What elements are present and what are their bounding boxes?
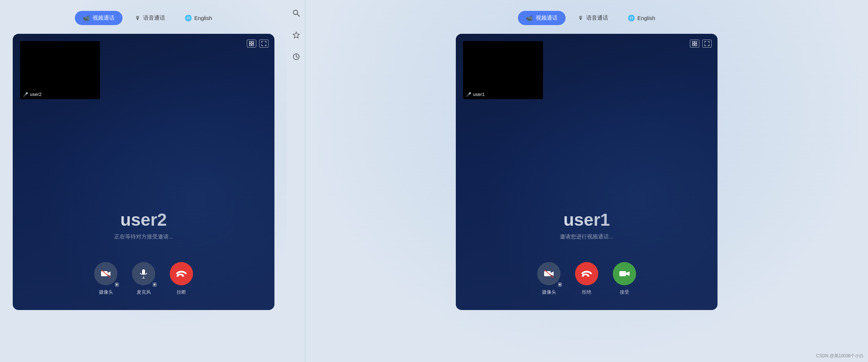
right-mic-off-icon: 🎤 [466, 92, 471, 97]
right-video-call-button[interactable]: 📹 视频通话 [518, 11, 566, 25]
right-user-info: user1 邀请您进行视频通话... [560, 210, 614, 240]
right-camera-dropdown[interactable]: ▾ [558, 282, 562, 287]
left-camera-control[interactable]: ▾ 摄像头 [94, 262, 117, 295]
right-controls: ▾ 摄像头 拒绝 [537, 262, 636, 295]
left-hangup-label: 挂断 [177, 289, 186, 295]
svg-rect-3 [252, 44, 254, 46]
left-expand-icons [247, 40, 269, 48]
watermark: CSDN @第10036个小白 [816, 353, 864, 359]
right-camera-button[interactable]: ▾ [537, 262, 560, 285]
left-mic-dropdown[interactable]: ▾ [153, 282, 157, 287]
right-half: 📹 视频通话 🎙 语音通话 🌐 English 🎤 user1 [305, 0, 868, 362]
right-top-bar: 📹 视频通话 🎙 语音通话 🌐 English [518, 11, 655, 25]
right-mic-icon: 🎙 [578, 15, 583, 21]
left-call-card: 🎤 user2 [13, 34, 274, 310]
svg-rect-0 [249, 41, 251, 43]
right-panel: 📹 视频通话 🎙 语音通话 🌐 English 🎤 user1 [287, 0, 868, 362]
left-camera-label: 摄像头 [99, 289, 113, 295]
right-accept-control[interactable]: 接受 [613, 262, 636, 295]
left-panel: 📹 视频通话 🎙 语音通话 🌐 English 🎤 user2 [0, 0, 287, 362]
left-mic-off-icon: 🎤 [23, 92, 28, 97]
sidebar-clock-icon[interactable] [290, 51, 302, 63]
svg-rect-6 [142, 269, 145, 274]
left-controls: ▾ 摄像头 ▾ 麦克风 [94, 262, 193, 295]
right-expand-icon-1[interactable] [690, 40, 699, 48]
right-language-label: English [637, 15, 655, 21]
svg-point-9 [293, 10, 298, 15]
video-icon: 📹 [83, 15, 90, 21]
right-accept-button[interactable] [613, 262, 636, 285]
right-camera-control[interactable]: ▾ 摄像头 [537, 262, 560, 295]
left-expand-icon-1[interactable] [247, 40, 256, 48]
left-top-bar: 📹 视频通话 🎙 语音通话 🌐 English [75, 11, 212, 25]
svg-rect-16 [695, 41, 697, 43]
content-area: 📹 视频通话 🎙 语音通话 🌐 English 🎤 user1 [305, 0, 868, 362]
left-hangup-control[interactable]: 挂断 [170, 262, 193, 295]
right-expand-icon-2[interactable] [702, 40, 712, 48]
right-video-preview-label: 🎤 user1 [466, 92, 485, 97]
svg-line-10 [297, 14, 300, 16]
right-video-button-label: 视频通话 [536, 15, 558, 21]
svg-marker-21 [626, 272, 630, 276]
svg-rect-2 [249, 44, 251, 46]
left-video-preview: 🎤 user2 [20, 41, 100, 99]
sidebar [287, 0, 305, 362]
left-hangup-button[interactable] [170, 262, 193, 285]
right-camera-label: 摄像头 [542, 289, 556, 295]
globe-icon: 🌐 [185, 15, 192, 21]
svg-rect-15 [692, 41, 694, 43]
right-video-preview: 🎤 user1 [463, 41, 543, 99]
right-reject-control[interactable]: 拒绝 [575, 262, 598, 295]
left-camera-button[interactable]: ▾ [94, 262, 117, 285]
left-language-label: English [194, 15, 212, 21]
sidebar-search-icon[interactable] [290, 7, 302, 19]
left-camera-dropdown[interactable]: ▾ [115, 282, 119, 287]
left-mic-label: 麦克风 [137, 289, 151, 295]
right-language-button[interactable]: 🌐 English [628, 15, 655, 21]
right-audio-button-label: 语音通话 [586, 15, 608, 21]
left-language-button[interactable]: 🌐 English [185, 15, 212, 21]
left-audio-call-button[interactable]: 🎙 语音通话 [127, 11, 173, 25]
left-user-name: user2 [114, 210, 173, 230]
svg-rect-1 [252, 41, 254, 43]
left-video-button-label: 视频通话 [93, 15, 114, 21]
left-user-info: user2 正在等待对方接受邀请... [114, 210, 173, 240]
right-video-icon: 📹 [526, 15, 533, 21]
svg-rect-18 [695, 44, 697, 46]
sidebar-star-icon[interactable] [290, 29, 302, 41]
left-mic-control[interactable]: ▾ 麦克风 [132, 262, 155, 295]
left-user-status: 正在等待对方接受邀请... [114, 233, 173, 240]
svg-marker-11 [293, 32, 299, 38]
left-mic-button[interactable]: ▾ [132, 262, 155, 285]
right-globe-icon: 🌐 [628, 15, 635, 21]
right-call-card: 🎤 user1 [456, 34, 718, 310]
mic-icon: 🎙 [135, 15, 140, 21]
left-expand-icon-2[interactable] [259, 40, 269, 48]
right-user-status: 邀请您进行视频通话... [560, 233, 614, 240]
svg-line-14 [296, 57, 298, 57]
right-expand-icons [690, 40, 712, 48]
right-reject-button[interactable] [575, 262, 598, 285]
right-reject-label: 拒绝 [582, 289, 591, 295]
svg-rect-17 [692, 44, 694, 46]
left-video-call-button[interactable]: 📹 视频通话 [75, 11, 122, 25]
right-audio-call-button[interactable]: 🎙 语音通话 [570, 11, 616, 25]
right-accept-label: 接受 [620, 289, 629, 295]
left-video-preview-label: 🎤 user2 [23, 92, 42, 97]
left-audio-button-label: 语音通话 [143, 15, 165, 21]
right-user-name: user1 [560, 210, 614, 230]
